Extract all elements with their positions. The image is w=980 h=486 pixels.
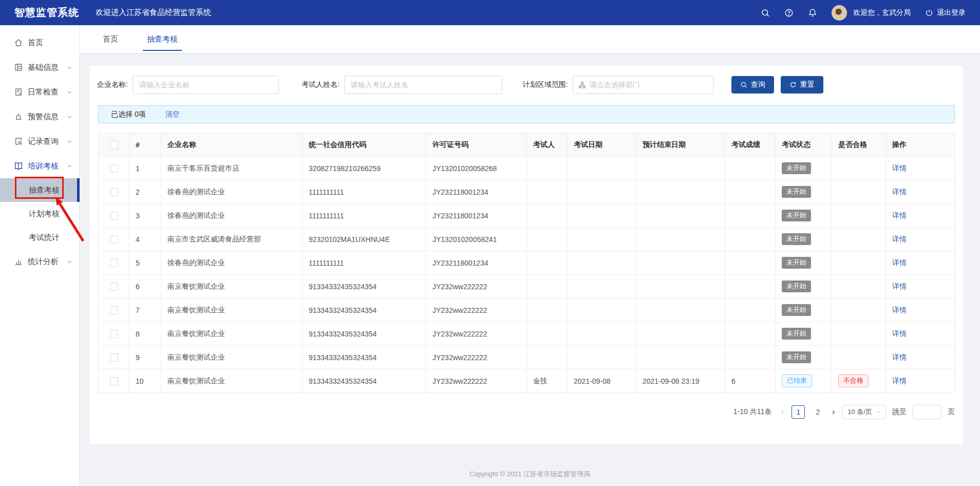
cell-exam_date xyxy=(568,251,636,275)
page-size-value: 10 条/页 xyxy=(847,407,872,417)
row-checkbox[interactable] xyxy=(110,164,118,173)
detail-link[interactable]: 详情 xyxy=(892,188,907,196)
next-page-icon[interactable] xyxy=(831,409,836,415)
examinee-filter-input[interactable] xyxy=(344,76,502,94)
select-all-checkbox[interactable] xyxy=(110,141,118,149)
cell-action: 详情 xyxy=(886,275,955,298)
cell-credit_code: 1111111111 xyxy=(303,180,426,204)
sidebar-item-spot-check-exam[interactable]: 抽查考核 xyxy=(0,178,79,202)
cell-qualified xyxy=(832,228,886,251)
row-checkbox[interactable] xyxy=(110,235,118,244)
sidebar-item-daily-check[interactable]: 日常检查 xyxy=(0,80,79,104)
row-checkbox[interactable] xyxy=(110,212,118,220)
page-number-1[interactable]: 1 xyxy=(791,405,805,419)
cell-credit_code: 92320102MA1UXHNU4E xyxy=(303,228,426,251)
region-filter-field[interactable] xyxy=(573,76,714,94)
detail-link[interactable]: 详情 xyxy=(892,235,907,243)
detail-link[interactable]: 详情 xyxy=(892,329,907,338)
prev-page-icon[interactable] xyxy=(780,409,785,415)
sidebar-item-warning-info[interactable]: 预警信息 xyxy=(0,104,79,129)
detail-link[interactable]: 详情 xyxy=(892,211,907,219)
cell-examinee xyxy=(527,251,568,275)
company-filter-label: 企业名称: xyxy=(97,80,128,89)
cell-index: 8 xyxy=(129,322,161,346)
company-filter-input[interactable] xyxy=(133,76,279,94)
welcome-text: 欢迎进入江苏省食品经营监管系统 xyxy=(96,8,211,17)
row-checkbox[interactable] xyxy=(110,283,118,291)
page-size-select[interactable]: 10 条/页 xyxy=(842,405,886,419)
row-checkbox[interactable] xyxy=(110,330,118,338)
row-select-cell xyxy=(99,322,129,346)
cell-score xyxy=(725,322,776,346)
clear-selection-link[interactable]: 清空 xyxy=(165,110,180,119)
detail-link[interactable]: 详情 xyxy=(892,282,907,290)
sidebar-item-record-query[interactable]: 记录查询 xyxy=(0,129,79,154)
chevron-up-icon xyxy=(67,163,72,169)
reset-button[interactable]: 重置 xyxy=(781,76,823,94)
chevron-down-icon xyxy=(876,410,881,415)
cell-expected_end xyxy=(636,204,725,228)
detail-link[interactable]: 详情 xyxy=(892,353,907,361)
cell-exam_date xyxy=(568,322,636,346)
alarm-icon xyxy=(14,112,23,121)
detail-link[interactable]: 详情 xyxy=(892,377,907,385)
cell-expected_end xyxy=(636,322,725,346)
table-row: 9南京餐饮测试企业91334332435324354JY232ww222222未… xyxy=(99,346,955,369)
row-select-cell xyxy=(99,369,129,393)
cell-qualified xyxy=(832,322,886,346)
chevron-down-icon xyxy=(67,259,72,265)
qualified-badge: 不合格 xyxy=(838,375,869,387)
status-badge: 未开始 xyxy=(782,351,811,363)
refresh-icon xyxy=(789,81,797,88)
row-select-cell xyxy=(99,346,129,369)
cell-status: 未开始 xyxy=(776,275,832,298)
sidebar-item-statistics-analysis[interactable]: 统计分析 xyxy=(0,249,79,274)
sidebar-item-basic-info[interactable]: 基础信息 xyxy=(0,55,79,80)
tab-home[interactable]: 首页 xyxy=(103,25,118,53)
cell-index: 5 xyxy=(129,251,161,275)
row-select-cell xyxy=(99,251,129,275)
chevron-down-icon xyxy=(67,89,72,95)
row-checkbox[interactable] xyxy=(110,377,118,385)
sidebar-item-plan-exam[interactable]: 计划考核 xyxy=(0,202,79,226)
cell-company: 徐春燕的测试企业 xyxy=(161,251,303,275)
detail-link[interactable]: 详情 xyxy=(892,306,907,314)
bar-chart-icon xyxy=(14,257,23,266)
cell-expected_end xyxy=(636,251,725,275)
bell-icon[interactable] xyxy=(808,8,817,17)
cell-examinee xyxy=(527,298,568,322)
column-header: # xyxy=(129,133,161,157)
row-checkbox[interactable] xyxy=(110,188,118,196)
row-checkbox[interactable] xyxy=(110,259,118,267)
column-header: 统一社会信用代码 xyxy=(303,133,426,157)
cell-index: 6 xyxy=(129,275,161,298)
cell-index: 9 xyxy=(129,346,161,369)
table-row: 6南京餐饮测试企业91334332435324354JY232ww222222未… xyxy=(99,275,955,298)
detail-link[interactable]: 详情 xyxy=(892,164,907,172)
sidebar-item-home[interactable]: 首页 xyxy=(0,30,79,55)
sidebar-item-exam-statistics[interactable]: 考试统计 xyxy=(0,226,79,249)
user-avatar[interactable] xyxy=(832,5,847,21)
cell-license_no: JY232ww222222 xyxy=(426,369,527,393)
help-icon[interactable] xyxy=(784,8,794,17)
selection-count: 0项 xyxy=(135,110,146,118)
row-checkbox[interactable] xyxy=(110,306,118,314)
cell-examinee xyxy=(527,228,568,251)
detail-link[interactable]: 详情 xyxy=(892,258,907,267)
region-filter-input[interactable] xyxy=(590,81,708,89)
search-button[interactable]: 查询 xyxy=(731,76,774,94)
tab-spot-check-exam[interactable]: 抽查考核 xyxy=(147,25,178,53)
search-icon[interactable] xyxy=(761,8,770,17)
cell-qualified xyxy=(832,204,886,228)
tab-label: 抽查考核 xyxy=(147,34,178,44)
selection-count-text: 已选择 0项 xyxy=(111,110,146,119)
row-checkbox[interactable] xyxy=(110,353,118,362)
logout-button[interactable]: 退出登录 xyxy=(925,8,966,17)
page-number-2[interactable]: 2 xyxy=(811,405,824,419)
examinee-filter-label: 考试人姓名: xyxy=(301,80,340,89)
jump-page-input[interactable] xyxy=(913,405,941,419)
cell-exam_date xyxy=(568,228,636,251)
cell-license_no: JY232118001234 xyxy=(426,204,527,228)
cell-examinee xyxy=(527,346,568,369)
sidebar-item-training-exam[interactable]: 培训考核 xyxy=(0,154,79,178)
